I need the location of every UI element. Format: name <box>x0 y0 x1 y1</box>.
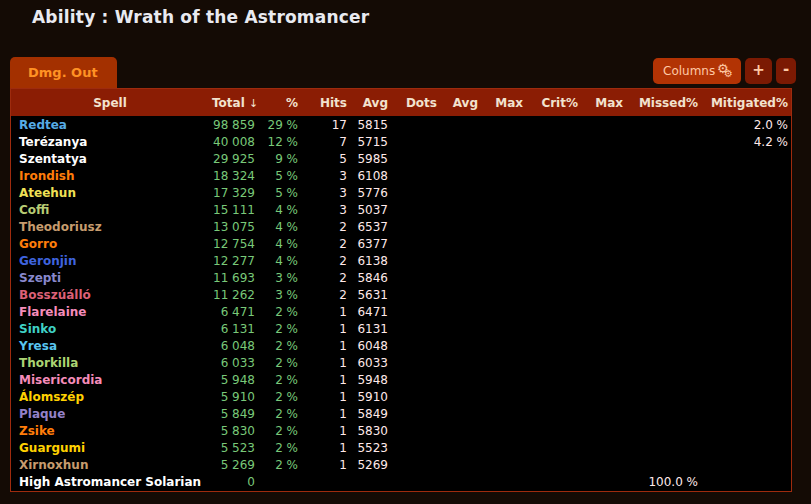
damage-table-body: Redtea 98 859 29 % 17 5815 2.0 % Terézan… <box>11 116 791 490</box>
cell-total: 11 262 <box>212 286 258 303</box>
player-name-link[interactable]: Szepti <box>11 269 212 286</box>
cell-max <box>481 184 526 201</box>
cell-dots <box>391 269 440 286</box>
columns-button-label: Columns <box>663 58 715 84</box>
cell-avg: 6108 <box>350 167 391 184</box>
cell-total: 5 849 <box>212 405 258 422</box>
cell-total: 12 754 <box>212 235 258 252</box>
gears-icon: ⚙ ⚙ <box>718 62 734 80</box>
cell-hits: 2 <box>301 235 350 252</box>
cell-total: 6 048 <box>212 337 258 354</box>
cell-hits: 2 <box>301 252 350 269</box>
tab-dmg-out[interactable]: Dmg. Out <box>10 57 117 88</box>
table-row: Redtea 98 859 29 % 17 5815 2.0 % <box>11 116 791 133</box>
player-name-link[interactable]: Thorkilla <box>11 354 212 371</box>
cell-dots <box>391 235 440 252</box>
player-name-link[interactable]: Redtea <box>11 116 212 133</box>
cell-crit-max <box>581 269 626 286</box>
player-name-link[interactable]: Plaque <box>11 405 212 422</box>
header-spell[interactable]: Spell <box>11 89 212 116</box>
cell-missed <box>626 133 701 150</box>
cell-hits: 3 <box>301 184 350 201</box>
header-max[interactable]: Max <box>481 89 526 116</box>
player-name-link[interactable]: Geronjin <box>11 252 212 269</box>
table-row: Szepti 11 693 3 % 2 5846 <box>11 269 791 286</box>
cell-max <box>481 235 526 252</box>
player-name-link[interactable]: Terézanya <box>11 133 212 150</box>
player-name-link[interactable]: Coffi <box>11 201 212 218</box>
player-name-link[interactable]: High Astromancer Solarian <box>11 473 212 490</box>
cell-hits: 1 <box>301 354 350 371</box>
cell-crit <box>526 133 581 150</box>
header-hits[interactable]: Hits <box>301 89 350 116</box>
cell-mitigated <box>701 354 791 371</box>
cell-hits: 1 <box>301 405 350 422</box>
cell-dots <box>391 388 440 405</box>
cell-avg: 6131 <box>350 320 391 337</box>
table-row: Thorkilla 6 033 2 % 1 6033 <box>11 354 791 371</box>
cell-mitigated <box>701 303 791 320</box>
cell-hits: 7 <box>301 133 350 150</box>
cell-mitigated <box>701 252 791 269</box>
header-crit-max[interactable]: Max <box>581 89 626 116</box>
player-name-link[interactable]: Zsike <box>11 422 212 439</box>
player-name-link[interactable]: Irondish <box>11 167 212 184</box>
columns-button[interactable]: Columns ⚙ ⚙ <box>653 58 741 84</box>
cell-crit <box>526 371 581 388</box>
header-dot-avg[interactable]: Avg <box>440 89 481 116</box>
player-name-link[interactable]: Sinko <box>11 320 212 337</box>
cell-total: 98 859 <box>212 116 258 133</box>
cell-dot-avg <box>440 150 481 167</box>
player-name-link[interactable]: Flarelaine <box>11 303 212 320</box>
header-dots[interactable]: Dots <box>391 89 440 116</box>
cell-percent: 4 % <box>258 252 301 269</box>
cell-crit-max <box>581 456 626 473</box>
player-name-link[interactable]: Guargumi <box>11 439 212 456</box>
cell-avg: 5985 <box>350 150 391 167</box>
remove-column-button[interactable]: - <box>776 58 796 84</box>
player-name-link[interactable]: Álomszép <box>11 388 212 405</box>
cell-percent: 4 % <box>258 218 301 235</box>
player-name-link[interactable]: Xirnoxhun <box>11 456 212 473</box>
cell-mitigated <box>701 473 791 490</box>
cell-missed <box>626 456 701 473</box>
player-name-link[interactable]: Yresa <box>11 337 212 354</box>
header-avg[interactable]: Avg <box>350 89 391 116</box>
cell-total: 6 033 <box>212 354 258 371</box>
player-name-link[interactable]: Theodoriusz <box>11 218 212 235</box>
add-column-button[interactable]: + <box>745 58 772 84</box>
cell-crit <box>526 303 581 320</box>
cell-crit <box>526 337 581 354</box>
header-crit[interactable]: Crit% <box>526 89 581 116</box>
header-total[interactable]: Total ↓ <box>212 89 258 116</box>
cell-max <box>481 439 526 456</box>
cell-avg: 5269 <box>350 456 391 473</box>
player-name-link[interactable]: Misericordia <box>11 371 212 388</box>
cell-mitigated <box>701 405 791 422</box>
cell-dot-avg <box>440 133 481 150</box>
player-name-link[interactable]: Gorro <box>11 235 212 252</box>
cell-dots <box>391 337 440 354</box>
player-name-link[interactable]: Szentatya <box>11 150 212 167</box>
header-mitigated[interactable]: Mitigated% <box>701 89 791 116</box>
cell-max <box>481 337 526 354</box>
cell-missed <box>626 167 701 184</box>
cell-max <box>481 269 526 286</box>
cell-crit-max <box>581 473 626 490</box>
cell-total: 6 471 <box>212 303 258 320</box>
cell-dots <box>391 286 440 303</box>
cell-max <box>481 167 526 184</box>
player-name-link[interactable]: Bosszúálló <box>11 286 212 303</box>
cell-dots <box>391 184 440 201</box>
header-missed[interactable]: Missed% <box>626 89 701 116</box>
header-percent[interactable]: % <box>258 89 301 116</box>
cell-crit <box>526 473 581 490</box>
cell-avg: 6377 <box>350 235 391 252</box>
cell-dot-avg <box>440 473 481 490</box>
player-name-link[interactable]: Ateehun <box>11 184 212 201</box>
cell-max <box>481 116 526 133</box>
table-row: Guargumi 5 523 2 % 1 5523 <box>11 439 791 456</box>
cell-crit-max <box>581 235 626 252</box>
cell-crit <box>526 116 581 133</box>
cell-avg: 6048 <box>350 337 391 354</box>
